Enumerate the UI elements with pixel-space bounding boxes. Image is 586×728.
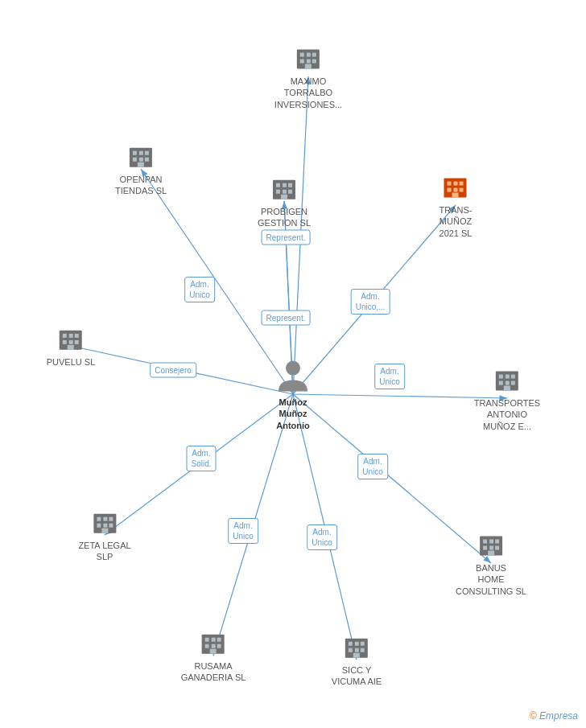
svg-rect-28 (281, 195, 287, 199)
svg-rect-44 (452, 193, 459, 198)
svg-rect-16 (312, 53, 316, 57)
svg-rect-56 (511, 375, 515, 379)
svg-point-12 (286, 361, 300, 376)
svg-rect-78 (205, 638, 209, 642)
svg-rect-62 (97, 517, 101, 521)
svg-rect-26 (283, 190, 287, 194)
svg-rect-38 (448, 182, 452, 186)
svg-rect-74 (489, 546, 493, 550)
node-puvelu[interactable]: PUVELU SL (47, 324, 96, 368)
svg-rect-72 (495, 540, 499, 544)
svg-rect-27 (288, 190, 292, 194)
svg-rect-64 (109, 517, 113, 521)
node-label-puvelu: PUVELU SL (47, 356, 96, 368)
node-label-sicc: SICC YVICUMA AIE (332, 664, 382, 688)
node-label-openpan: OPENPANTIENDAS SL (115, 174, 167, 197)
svg-rect-76 (488, 551, 494, 556)
svg-rect-14 (300, 53, 304, 57)
svg-rect-42 (454, 188, 458, 192)
svg-rect-30 (133, 151, 137, 155)
graph-container: MuñozMuñozAntonio MAXIMOTORRALBOINVERSIO… (0, 0, 586, 728)
svg-rect-15 (307, 53, 311, 57)
svg-rect-79 (212, 638, 216, 642)
svg-rect-58 (506, 381, 510, 385)
node-rusama[interactable]: RUSAMAGANADERIA SL (181, 628, 246, 684)
node-label-probigen: PROBIGENGESTION SL (258, 206, 311, 229)
svg-rect-17 (300, 60, 304, 64)
edge-label-center-banus: Adm.Unico (357, 454, 388, 479)
node-label-zetalegal: ZETA LEGALSLP (78, 540, 130, 563)
edge-label-center-probigen: Represent. (262, 230, 311, 245)
edge-label-center-puvelu: Consejero (150, 363, 196, 378)
svg-rect-70 (483, 540, 487, 544)
svg-rect-83 (217, 644, 221, 648)
svg-rect-35 (145, 158, 149, 162)
svg-rect-33 (133, 158, 137, 162)
svg-rect-92 (353, 653, 360, 658)
svg-rect-90 (355, 648, 359, 652)
svg-rect-67 (109, 524, 113, 528)
node-label-center: MuñozMuñozAntonio (276, 397, 310, 431)
svg-rect-89 (349, 648, 353, 652)
svg-rect-31 (139, 151, 143, 155)
svg-rect-59 (511, 381, 515, 385)
svg-rect-40 (460, 182, 464, 186)
svg-rect-87 (355, 642, 359, 646)
svg-rect-86 (349, 642, 353, 646)
node-sicc[interactable]: SICC YVICUMA AIE (332, 632, 382, 688)
edge-label-center-sicc: Adm.Unico (307, 524, 337, 550)
svg-rect-46 (63, 334, 67, 338)
node-zetalegal[interactable]: ZETA LEGALSLP (78, 508, 130, 563)
node-label-rusama: RUSAMAGANADERIA SL (181, 660, 246, 684)
svg-rect-24 (288, 183, 292, 187)
svg-rect-39 (454, 182, 458, 186)
svg-rect-80 (217, 638, 221, 642)
svg-rect-47 (69, 334, 73, 338)
svg-rect-91 (361, 648, 365, 652)
svg-rect-52 (68, 345, 74, 350)
node-label-transmuñoz: TRANS-MUÑOZ2021 SL (440, 204, 473, 239)
node-label-banus: BANUSHOMECONSULTING SL (456, 562, 526, 597)
svg-rect-51 (75, 340, 79, 344)
node-transmuñoz[interactable]: TRANS-MUÑOZ2021 SL (440, 172, 473, 239)
svg-rect-48 (75, 334, 79, 338)
svg-rect-54 (499, 375, 503, 379)
svg-rect-22 (276, 183, 280, 187)
node-center[interactable]: MuñozMuñozAntonio (275, 358, 311, 431)
svg-rect-41 (448, 188, 452, 192)
svg-rect-81 (205, 644, 209, 648)
svg-rect-34 (139, 158, 143, 162)
svg-rect-25 (276, 190, 280, 194)
svg-rect-55 (506, 375, 510, 379)
svg-rect-49 (63, 340, 67, 344)
svg-rect-82 (212, 644, 216, 648)
svg-rect-63 (103, 517, 107, 521)
svg-rect-23 (283, 183, 287, 187)
svg-rect-19 (312, 60, 316, 64)
svg-rect-75 (495, 546, 499, 550)
node-label-maximo: MAXIMOTORRALBOINVERSIONES... (274, 76, 342, 110)
edge-label-center-transportes: Adm.Unico (374, 364, 405, 389)
svg-rect-65 (97, 524, 101, 528)
svg-rect-66 (103, 524, 107, 528)
node-banus[interactable]: BANUSHOMECONSULTING SL (456, 530, 526, 597)
node-maximo[interactable]: MAXIMOTORRALBOINVERSIONES... (274, 43, 342, 110)
svg-rect-73 (483, 546, 487, 550)
svg-rect-43 (460, 188, 464, 192)
svg-rect-68 (101, 529, 108, 533)
watermark: © Empresa (530, 710, 578, 722)
svg-rect-84 (210, 649, 217, 654)
edge-label-center-rusama: Adm.Unico (228, 518, 258, 544)
svg-rect-18 (307, 60, 311, 64)
edge-label-center-openpan: Adm.Unico (184, 277, 215, 302)
svg-rect-71 (489, 540, 493, 544)
node-transportes[interactable]: TRANSPORTESANTONIOMUÑOZ E... (474, 365, 540, 432)
svg-rect-57 (499, 381, 503, 385)
edge-label-probigen-center: Represent. (262, 311, 311, 326)
node-openpan[interactable]: OPENPANTIENDAS SL (115, 142, 167, 197)
node-probigen[interactable]: PROBIGENGESTION SL (258, 174, 311, 229)
svg-rect-50 (69, 340, 73, 344)
svg-rect-20 (305, 64, 312, 69)
edge-label-center-transmuñoz: Adm.Unico,... (351, 289, 390, 315)
edge-label-center-zetalegal: Adm.Solid. (186, 446, 216, 471)
